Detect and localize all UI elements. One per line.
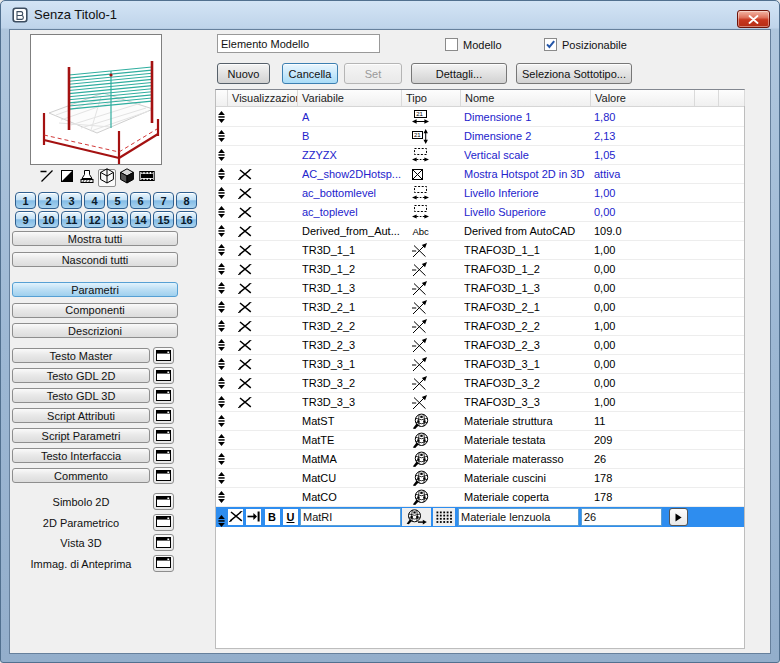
reorder-icon[interactable] [218, 317, 228, 335]
element-name-input[interactable] [217, 34, 380, 53]
open-view-window-button[interactable] [153, 493, 174, 510]
table-row[interactable]: MatSTMateriale struttura11 [216, 412, 744, 431]
reorder-icon[interactable] [218, 108, 228, 126]
reorder-icon[interactable] [218, 488, 228, 506]
seleziona-sottotipo-button[interactable]: Seleziona Sottotipo... [516, 63, 632, 84]
hidden-icon[interactable] [238, 279, 254, 297]
reorder-icon[interactable] [218, 260, 228, 278]
page-button-10[interactable]: 10 [38, 211, 59, 228]
script-button-6[interactable]: Testo Interfaccia [12, 448, 150, 463]
reorder-icon[interactable] [218, 127, 228, 145]
open-script-window-button[interactable] [153, 427, 174, 444]
table-row[interactable]: A21Dimensione 11,80 [216, 108, 744, 127]
hidden-icon[interactable] [238, 374, 254, 392]
hidden-icon[interactable] [238, 203, 254, 221]
indent-button[interactable] [246, 509, 261, 525]
table-row[interactable]: TR3D_2_3TRAFO3D_2_30,00 [216, 336, 744, 355]
value-input[interactable] [581, 508, 662, 526]
page-button-11[interactable]: 11 [61, 211, 82, 228]
hidden-icon[interactable] [238, 165, 254, 183]
animation-mode-button[interactable] [138, 169, 156, 187]
dettagli-button[interactable]: Dettagli... [411, 63, 507, 84]
tab-descrizioni[interactable]: Descrizioni [12, 323, 178, 338]
page-button-13[interactable]: 13 [107, 211, 128, 228]
page-button-12[interactable]: 12 [84, 211, 105, 228]
underline-button[interactable]: U [283, 509, 298, 525]
table-row[interactable]: MatTEMateriale testata209 [216, 431, 744, 450]
hidden-icon[interactable] [238, 241, 254, 259]
table-row[interactable]: TR3D_3_2TRAFO3D_3_20,00 [216, 374, 744, 393]
page-button-2[interactable]: 2 [38, 192, 59, 209]
tab-componenti[interactable]: Componenti [12, 303, 178, 318]
hide-all-button[interactable]: Nascondi tutti [12, 252, 178, 267]
open-script-window-button[interactable] [153, 407, 174, 424]
reorder-icon[interactable] [218, 146, 228, 164]
reorder-icon[interactable] [218, 241, 228, 259]
table-row[interactable]: TR3D_2_1TRAFO3D_2_10,00 [216, 298, 744, 317]
reorder-icon[interactable] [218, 511, 228, 531]
reorder-icon[interactable] [218, 203, 228, 221]
page-button-9[interactable]: 9 [15, 211, 36, 228]
title-bar[interactable]: Senza Titolo-1 [1, 1, 779, 29]
modello-checkbox[interactable] [445, 38, 458, 51]
reorder-icon[interactable] [218, 184, 228, 202]
reorder-icon[interactable] [218, 469, 228, 487]
cancella-button[interactable]: Cancella [282, 63, 338, 84]
hidden-icon[interactable] [238, 184, 254, 202]
open-view-window-button[interactable] [153, 534, 174, 551]
script-button-2[interactable]: Testo GDL 2D [12, 368, 150, 383]
table-row[interactable]: TR3D_3_1TRAFO3D_3_10,00 [216, 355, 744, 374]
table-row[interactable]: TR3D_1_2TRAFO3D_1_20,00 [216, 260, 744, 279]
reorder-icon[interactable] [218, 355, 228, 373]
page-button-1[interactable]: 1 [15, 192, 36, 209]
2d-symbol-filled-mode-button[interactable] [58, 169, 76, 187]
posizionabile-checkbox[interactable] [544, 38, 557, 51]
table-row[interactable]: ac_bottomlevelLivello Inferiore1,00 [216, 184, 744, 203]
table-row[interactable]: MatCUMateriale cuscini178 [216, 469, 744, 488]
hidden-icon[interactable] [238, 336, 254, 354]
hidden-icon[interactable] [238, 355, 254, 373]
open-script-window-button[interactable] [153, 367, 174, 384]
page-button-8[interactable]: 8 [176, 192, 197, 209]
page-button-7[interactable]: 7 [153, 192, 174, 209]
hidden-icon[interactable] [238, 222, 254, 240]
hide-button[interactable] [228, 509, 243, 525]
table-row[interactable]: ac_toplevelLivello Superiore0,00 [216, 203, 744, 222]
3d-solid-mode-button[interactable] [118, 169, 136, 187]
page-button-14[interactable]: 14 [130, 211, 151, 228]
open-script-window-button[interactable] [153, 467, 174, 484]
hidden-icon[interactable] [238, 298, 254, 316]
table-row[interactable]: ZZYZXVertical scale1,05 [216, 146, 744, 165]
array-values-icon[interactable] [433, 508, 455, 526]
expand-value-button[interactable] [669, 508, 688, 526]
reorder-icon[interactable] [218, 336, 228, 354]
table-row[interactable]: AC_show2DHotsp...Mostra Hotspot 2D in 3D… [216, 165, 744, 184]
reorder-icon[interactable] [218, 431, 228, 449]
script-button-7[interactable]: Commento [12, 468, 150, 483]
page-button-5[interactable]: 5 [107, 192, 128, 209]
bold-button[interactable]: B [265, 509, 280, 525]
table-row[interactable]: TR3D_3_3TRAFO3D_3_31,00 [216, 393, 744, 412]
reorder-icon[interactable] [218, 298, 228, 316]
hidden-icon[interactable] [238, 260, 254, 278]
table-row[interactable]: Derived_from_Aut...AbcDerived from AutoC… [216, 222, 744, 241]
show-all-button[interactable]: Mostra tutti [12, 231, 178, 246]
reorder-icon[interactable] [218, 412, 228, 430]
open-script-window-button[interactable] [153, 447, 174, 464]
page-button-6[interactable]: 6 [130, 192, 151, 209]
reorder-icon[interactable] [218, 374, 228, 392]
reorder-icon[interactable] [218, 450, 228, 468]
reorder-icon[interactable] [218, 165, 228, 183]
stamp-section-mode-button[interactable] [78, 169, 96, 187]
table-row[interactable]: TR3D_1_3TRAFO3D_1_30,00 [216, 279, 744, 298]
page-button-4[interactable]: 4 [84, 192, 105, 209]
open-view-window-button[interactable] [153, 514, 174, 531]
open-script-window-button[interactable] [153, 387, 174, 404]
reorder-icon[interactable] [218, 279, 228, 297]
open-script-window-button[interactable] [153, 347, 174, 364]
page-button-15[interactable]: 15 [153, 211, 174, 228]
selected-row[interactable]: BU [216, 507, 744, 527]
table-row[interactable]: MatMAMateriale materasso26 [216, 450, 744, 469]
reorder-icon[interactable] [218, 393, 228, 411]
script-button-4[interactable]: Script Attributi [12, 408, 150, 423]
